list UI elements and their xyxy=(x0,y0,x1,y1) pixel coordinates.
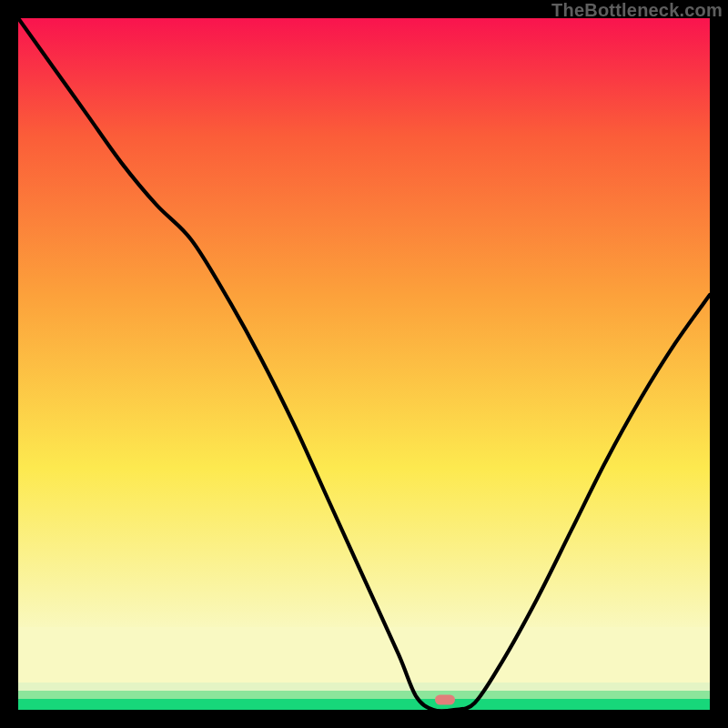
bottleneck-curve xyxy=(18,18,710,710)
plot-area xyxy=(18,18,710,710)
chart-stage: TheBottleneck.com xyxy=(0,0,728,728)
optimal-marker xyxy=(435,694,455,704)
watermark-text: TheBottleneck.com xyxy=(551,0,723,21)
